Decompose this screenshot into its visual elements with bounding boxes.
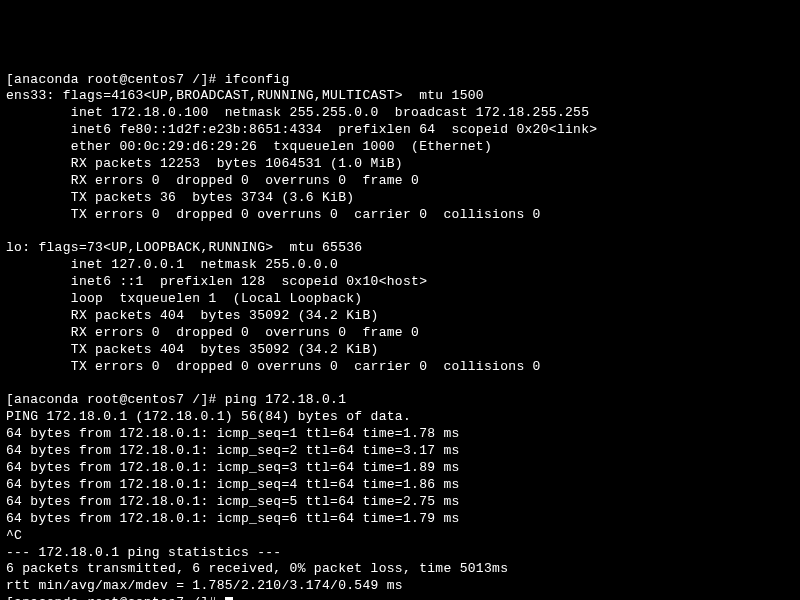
ping-stats-header: --- 172.18.0.1 ping statistics --- (6, 545, 281, 560)
ping-reply: 64 bytes from 172.18.0.1: icmp_seq=2 ttl… (6, 443, 460, 458)
ping-reply: 64 bytes from 172.18.0.1: icmp_seq=4 ttl… (6, 477, 460, 492)
ifconfig-lo-rx-packets: RX packets 404 bytes 35092 (34.2 KiB) (6, 308, 379, 323)
ifconfig-ens33-rx-packets: RX packets 12253 bytes 1064531 (1.0 MiB) (6, 156, 403, 171)
prompt-line: [anaconda root@centos7 /]# ping 172.18.0… (6, 392, 346, 407)
interrupt-signal: ^C (6, 528, 22, 543)
ifconfig-ens33-tx-packets: TX packets 36 bytes 3734 (3.6 KiB) (6, 190, 354, 205)
ifconfig-ens33-flags: ens33: flags=4163<UP,BROADCAST,RUNNING,M… (6, 88, 484, 103)
ifconfig-lo-tx-packets: TX packets 404 bytes 35092 (34.2 KiB) (6, 342, 379, 357)
ifconfig-ens33-rx-errors: RX errors 0 dropped 0 overruns 0 frame 0 (6, 173, 419, 188)
ifconfig-lo-tx-errors: TX errors 0 dropped 0 overruns 0 carrier… (6, 359, 541, 374)
ping-reply: 64 bytes from 172.18.0.1: icmp_seq=1 ttl… (6, 426, 460, 441)
terminal-output[interactable]: [anaconda root@centos7 /]# ifconfig ens3… (6, 72, 794, 600)
ping-reply: 64 bytes from 172.18.0.1: icmp_seq=3 ttl… (6, 460, 460, 475)
ping-reply: 64 bytes from 172.18.0.1: icmp_seq=6 ttl… (6, 511, 460, 526)
prompt-line: [anaconda root@centos7 /]# ifconfig (6, 72, 290, 87)
ping-reply: 64 bytes from 172.18.0.1: icmp_seq=5 ttl… (6, 494, 460, 509)
ifconfig-lo-inet: inet 127.0.0.1 netmask 255.0.0.0 (6, 257, 338, 272)
ping-stats-summary: 6 packets transmitted, 6 received, 0% pa… (6, 561, 508, 576)
ifconfig-lo-flags: lo: flags=73<UP,LOOPBACK,RUNNING> mtu 65… (6, 240, 362, 255)
ifconfig-ens33-inet: inet 172.18.0.100 netmask 255.255.0.0 br… (6, 105, 589, 120)
ifconfig-ens33-ether: ether 00:0c:29:d6:29:26 txqueuelen 1000 … (6, 139, 492, 154)
ifconfig-lo-rx-errors: RX errors 0 dropped 0 overruns 0 frame 0 (6, 325, 419, 340)
ping-header: PING 172.18.0.1 (172.18.0.1) 56(84) byte… (6, 409, 411, 424)
ifconfig-lo-inet6: inet6 ::1 prefixlen 128 scopeid 0x10<hos… (6, 274, 427, 289)
ifconfig-lo-loop: loop txqueuelen 1 (Local Loopback) (6, 291, 362, 306)
prompt-line: [anaconda root@centos7 /]# (6, 595, 225, 600)
ifconfig-ens33-tx-errors: TX errors 0 dropped 0 overruns 0 carrier… (6, 207, 541, 222)
ping-stats-rtt: rtt min/avg/max/mdev = 1.785/2.210/3.174… (6, 578, 403, 593)
ifconfig-ens33-inet6: inet6 fe80::1d2f:e23b:8651:4334 prefixle… (6, 122, 597, 137)
